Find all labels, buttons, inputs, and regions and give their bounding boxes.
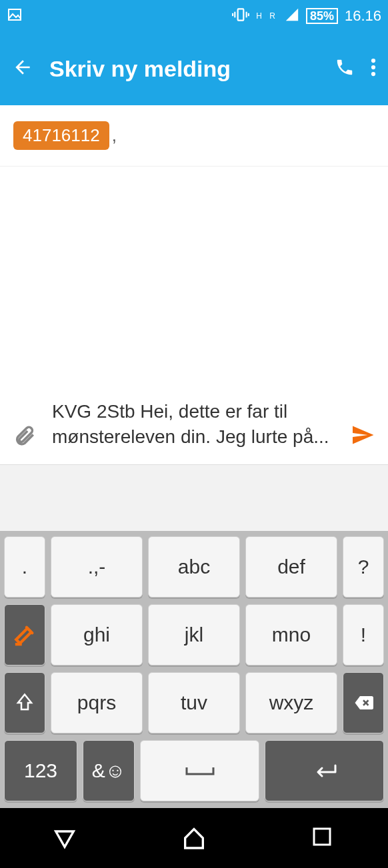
svg-rect-1 <box>238 9 244 20</box>
key-jkl[interactable]: jkl <box>148 604 240 665</box>
key-ghi[interactable]: ghi <box>51 604 143 665</box>
key-backspace[interactable] <box>343 672 384 733</box>
call-button[interactable] <box>335 57 355 80</box>
recipient-separator: , <box>112 125 117 146</box>
vibrate-icon <box>232 6 249 27</box>
network-type-label: H R <box>256 13 278 19</box>
page-title: Skriv ny melding <box>49 56 319 82</box>
key-abc[interactable]: abc <box>148 536 240 598</box>
key-pqrs[interactable]: pqrs <box>51 672 143 733</box>
key-enter[interactable] <box>265 740 384 801</box>
key-space[interactable] <box>140 740 259 801</box>
nav-back-button[interactable] <box>51 825 78 851</box>
compose-bar: KVG 2Stb Hei, dette er far til mønsterel… <box>0 391 388 464</box>
picture-icon <box>7 7 23 26</box>
svg-rect-12 <box>314 829 330 845</box>
keyboard-suggestion-strip[interactable] <box>0 464 388 531</box>
system-nav-bar <box>0 808 388 868</box>
conversation-area <box>0 167 388 391</box>
keyboard-row-1: . .,- abc def ? <box>4 536 384 598</box>
key-edit[interactable] <box>4 604 45 665</box>
key-mno[interactable]: mno <box>245 604 337 665</box>
nav-recents-button[interactable] <box>310 825 337 851</box>
key-question[interactable]: ? <box>343 536 384 598</box>
status-bar: H R 85% 16.16 <box>0 0 388 32</box>
keyboard: . .,- abc def ? ghi jkl mno ! pqrs tuv w… <box>0 531 388 808</box>
keyboard-row-4: 123 &☺ <box>4 740 384 801</box>
attach-button[interactable] <box>13 424 36 450</box>
key-def[interactable]: def <box>245 536 337 598</box>
key-123[interactable]: 123 <box>4 740 77 801</box>
key-punct[interactable]: .,- <box>51 536 143 598</box>
svg-point-7 <box>371 65 375 69</box>
app-bar: Skriv ny melding <box>0 32 388 105</box>
signal-icon <box>285 7 299 25</box>
key-tuv[interactable]: tuv <box>148 672 240 733</box>
message-input[interactable]: KVG 2Stb Hei, dette er far til mønsterel… <box>48 399 339 450</box>
overflow-menu-button[interactable] <box>371 57 376 80</box>
nav-home-button[interactable] <box>181 825 207 851</box>
recipient-chip[interactable]: 41716112 <box>13 121 109 150</box>
status-clock: 16.16 <box>345 7 381 25</box>
send-button[interactable] <box>351 423 375 450</box>
key-shift[interactable] <box>4 672 45 733</box>
back-button[interactable] <box>12 57 33 81</box>
keyboard-row-3: pqrs tuv wxyz <box>4 672 384 733</box>
svg-point-6 <box>371 59 375 63</box>
key-wxyz[interactable]: wxyz <box>245 672 337 733</box>
key-exclaim[interactable]: ! <box>343 604 384 665</box>
battery-level: 85% <box>306 8 338 24</box>
svg-rect-0 <box>9 9 21 20</box>
key-period[interactable]: . <box>4 536 45 598</box>
svg-point-8 <box>371 72 375 76</box>
key-symbols-emoji[interactable]: &☺ <box>83 740 135 801</box>
recipient-field[interactable]: 41716112 , <box>0 105 388 167</box>
keyboard-row-2: ghi jkl mno ! <box>4 604 384 665</box>
